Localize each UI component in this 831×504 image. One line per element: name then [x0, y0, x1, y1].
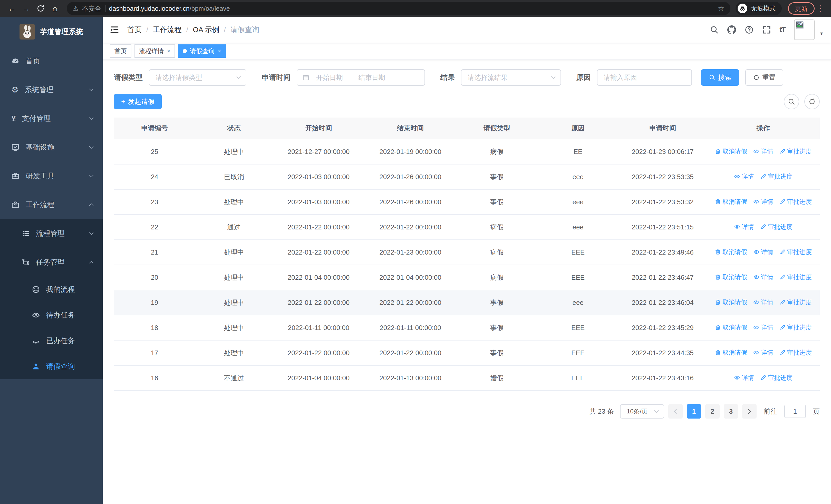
approval-progress-link[interactable]: 审批进度	[779, 198, 812, 206]
table-toolbar: +发起请假	[114, 94, 820, 109]
apply-time-range-picker[interactable]: -	[297, 69, 425, 86]
detail-link[interactable]: 详情	[734, 374, 754, 382]
refresh-table-button[interactable]	[804, 94, 820, 109]
reset-button[interactable]: 重置	[745, 69, 783, 86]
help-icon[interactable]	[745, 25, 753, 34]
font-size-icon[interactable]: tT	[780, 26, 785, 34]
page-button-1[interactable]: 1	[687, 404, 701, 419]
star-icon[interactable]: ☆	[718, 5, 724, 12]
detail-link[interactable]: 详情	[734, 223, 754, 231]
sidebar-item-done-task[interactable]: 已办任务	[0, 328, 103, 354]
close-tab-icon[interactable]: ×	[167, 48, 170, 55]
approval-progress-link[interactable]: 审批进度	[760, 374, 793, 382]
browser-back-button[interactable]: ←	[5, 2, 19, 15]
sidebar-item-infrastructure[interactable]: 基础设施	[0, 133, 103, 162]
approval-progress-link[interactable]: 审批进度	[779, 248, 812, 256]
search-button[interactable]: 搜索	[701, 69, 739, 86]
toggle-search-button[interactable]	[784, 94, 799, 109]
cancel-leave-link[interactable]: 取消请假	[715, 273, 747, 281]
cancel-leave-link[interactable]: 取消请假	[715, 323, 747, 331]
result-select[interactable]: 请选择流结果	[461, 69, 561, 86]
tab-leave-query[interactable]: 请假查询×	[178, 45, 226, 58]
browser-home-button[interactable]: ⌂	[48, 2, 62, 15]
detail-link[interactable]: 详情	[753, 298, 773, 306]
prev-page-button[interactable]	[668, 404, 683, 419]
detail-link[interactable]: 详情	[753, 349, 773, 357]
browser-menu-button[interactable]: ⋮	[815, 4, 826, 13]
tab-process-detail[interactable]: 流程详情×	[135, 45, 175, 58]
avatar[interactable]	[794, 20, 814, 40]
approval-progress-link[interactable]: 审批进度	[779, 147, 812, 155]
sidebar-item-system-mgmt[interactable]: ⚙系统管理	[0, 76, 103, 104]
detail-link[interactable]: 详情	[753, 248, 773, 256]
cell-end: 2022-01-19 00:00:00	[365, 139, 456, 164]
detail-link[interactable]: 详情	[753, 323, 773, 331]
reason-input[interactable]	[597, 69, 692, 86]
cell-status: 处理中	[195, 315, 273, 340]
chevron-down-icon	[88, 144, 94, 150]
sidebar-item-process-mgmt[interactable]: 流程管理	[0, 219, 103, 248]
app-logo-row[interactable]: 芋道管理系统	[0, 17, 103, 47]
leave-type-select[interactable]: 请选择请假类型	[149, 69, 247, 86]
approval-progress-link[interactable]: 审批进度	[779, 323, 812, 331]
approval-progress-link[interactable]: 审批进度	[760, 223, 793, 231]
approval-progress-link[interactable]: 审批进度	[779, 349, 812, 357]
detail-link[interactable]: 详情	[734, 173, 754, 181]
main-panel: 首页/工作流程/OA 示例/请假查询 tT ▾ 首页流程详情×请假查询× 请假类…	[103, 17, 831, 504]
table-row: 21处理中2022-01-22 00:00:002022-01-23 00:00…	[114, 240, 820, 265]
page-button-2[interactable]: 2	[705, 404, 720, 419]
breadcrumb-item[interactable]: 工作流程	[153, 25, 182, 35]
page-size-select[interactable]: 10条/页	[620, 404, 664, 419]
sidebar-item-pay-mgmt[interactable]: ¥支付管理	[0, 104, 103, 133]
breadcrumb-item[interactable]: OA 示例	[193, 25, 220, 35]
sidebar-item-workflow[interactable]: 工作流程	[0, 190, 103, 219]
github-icon[interactable]	[727, 25, 736, 34]
sidebar-item-task-mgmt[interactable]: 任务管理	[0, 248, 103, 277]
browser-forward-button[interactable]: →	[20, 2, 33, 15]
cell-status: 处理中	[195, 290, 273, 315]
sidebar-fold-icon[interactable]	[110, 25, 119, 34]
search-icon[interactable]	[710, 25, 719, 34]
tab-home[interactable]: 首页	[110, 45, 132, 58]
close-tab-icon[interactable]: ×	[218, 48, 221, 55]
user-icon	[32, 362, 40, 370]
end-date-input[interactable]	[355, 73, 389, 82]
monitor-icon	[11, 143, 20, 151]
browser-update-button[interactable]: 更新	[788, 2, 814, 14]
sidebar-item-leave-query[interactable]: 请假查询	[0, 354, 103, 379]
view-icon	[753, 199, 760, 205]
cell-end: 2022-01-13 00:00:00	[365, 365, 456, 391]
approval-progress-link[interactable]: 审批进度	[779, 298, 812, 306]
cancel-leave-link[interactable]: 取消请假	[715, 147, 747, 155]
detail-link[interactable]: 详情	[753, 147, 773, 155]
cancel-leave-link[interactable]: 取消请假	[715, 198, 747, 206]
next-page-button[interactable]	[742, 404, 756, 419]
create-leave-button[interactable]: +发起请假	[114, 94, 162, 109]
breadcrumb-item[interactable]: 首页	[127, 25, 142, 35]
date-range-separator: -	[349, 73, 352, 82]
approval-progress-link[interactable]: 审批进度	[760, 173, 793, 181]
detail-link[interactable]: 详情	[753, 273, 773, 281]
sidebar-item-home[interactable]: 首页	[0, 47, 103, 76]
approval-progress-link[interactable]: 审批进度	[779, 273, 812, 281]
breadcrumb-separator: /	[224, 26, 226, 34]
cancel-leave-link[interactable]: 取消请假	[715, 298, 747, 306]
sidebar-item-todo-task[interactable]: 待办任务	[0, 302, 103, 328]
goto-page-input[interactable]	[784, 405, 806, 418]
edit-icon	[779, 350, 785, 356]
fullscreen-icon[interactable]	[762, 25, 771, 34]
page-button-3[interactable]: 3	[724, 404, 738, 419]
caret-down-icon[interactable]: ▾	[820, 31, 823, 36]
cancel-leave-link[interactable]: 取消请假	[715, 248, 747, 256]
cell-actions: 取消请假详情审批进度	[707, 240, 820, 265]
sidebar-item-my-process[interactable]: 我的流程	[0, 277, 103, 302]
cancel-leave-link[interactable]: 取消请假	[715, 349, 747, 357]
cell-type: 事假	[456, 164, 537, 189]
incognito-badge: 无痕模式	[736, 2, 782, 15]
sidebar-item-dev-tools[interactable]: 研发工具	[0, 162, 103, 190]
security-label[interactable]: 不安全	[82, 4, 102, 13]
detail-link[interactable]: 详情	[753, 198, 773, 206]
address-bar[interactable]: ⚠ 不安全 dashboard.yudao.iocoder.cn/bpm/oa/…	[67, 2, 730, 15]
browser-reload-button[interactable]	[34, 2, 47, 15]
start-date-input[interactable]	[313, 73, 346, 82]
